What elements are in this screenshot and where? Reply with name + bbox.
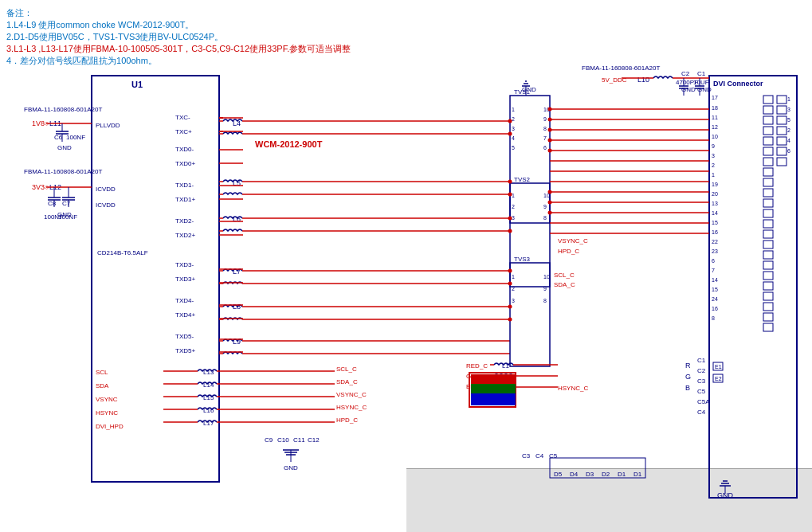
svg-text:DVI Connector: DVI Connector (713, 80, 763, 88)
svg-point-309 (508, 318, 512, 322)
svg-text:1: 1 (512, 193, 515, 198)
svg-text:100NF: 100NF (66, 134, 85, 141)
svg-text:C9: C9 (265, 436, 273, 444)
svg-rect-172 (763, 303, 773, 311)
svg-text:8: 8 (543, 298, 547, 303)
svg-text:2: 2 (712, 162, 715, 168)
svg-text:TXC+: TXC+ (175, 128, 192, 135)
svg-text:C5: C5 (697, 388, 706, 395)
svg-rect-167 (763, 251, 773, 259)
svg-rect-273 (550, 458, 645, 478)
svg-rect-161 (763, 189, 773, 197)
svg-rect-173 (763, 313, 773, 321)
svg-text:14: 14 (712, 210, 718, 216)
svg-point-301 (508, 132, 512, 136)
svg-text:G: G (685, 373, 691, 381)
svg-rect-163 (763, 209, 773, 217)
svg-point-302 (508, 180, 512, 184)
svg-text:ICVDD: ICVDD (96, 201, 116, 209)
svg-text:12: 12 (712, 124, 718, 130)
svg-text:3: 3 (512, 298, 515, 303)
svg-text:L10: L10 (637, 76, 649, 84)
svg-rect-175 (777, 96, 787, 104)
schematic-svg: 备注： 1.L4-L9 使用common choke WCM-2012-900T… (0, 0, 812, 532)
svg-text:D5: D5 (554, 471, 563, 478)
svg-text:16: 16 (712, 306, 718, 311)
svg-rect-158 (763, 158, 773, 166)
svg-text:1: 1 (512, 274, 515, 280)
svg-text:C4: C4 (697, 409, 706, 416)
svg-text:9: 9 (712, 143, 715, 149)
svg-text:C5A: C5A (697, 398, 710, 405)
svg-text:FBMA-11-160808-601A20T: FBMA-11-160808-601A20T (24, 168, 102, 175)
svg-rect-159 (763, 168, 773, 176)
svg-text:1.L4-L9  使用common choke WCM-20: 1.L4-L9 使用common choke WCM-2012-900T。 (6, 20, 194, 29)
svg-text:3: 3 (512, 215, 515, 221)
svg-text:C5: C5 (549, 452, 558, 460)
svg-rect-171 (763, 292, 773, 300)
svg-text:GND: GND (57, 211, 72, 218)
svg-rect-126 (709, 76, 797, 498)
svg-text:TXD5+: TXD5+ (175, 347, 195, 354)
svg-rect-103 (510, 183, 550, 287)
svg-text:7: 7 (712, 268, 715, 273)
svg-point-299 (548, 211, 552, 215)
svg-text:C12: C12 (308, 436, 320, 444)
svg-text:B: B (685, 384, 690, 392)
svg-text:D1: D1 (618, 471, 626, 478)
svg-text:C3: C3 (522, 452, 531, 460)
svg-rect-181 (777, 158, 787, 166)
svg-text:TXD0-: TXD0- (175, 146, 194, 153)
svg-rect-174 (763, 323, 773, 331)
svg-text:6: 6 (787, 148, 790, 154)
svg-text:U1: U1 (131, 80, 143, 89)
svg-point-304 (508, 217, 512, 221)
svg-text:TXD3+: TXD3+ (175, 276, 195, 283)
svg-text:C11: C11 (293, 436, 305, 444)
svg-text:TXD0+: TXD0+ (175, 160, 195, 167)
svg-rect-180 (777, 147, 787, 155)
svg-rect-169 (763, 272, 773, 280)
svg-text:HPD_C: HPD_C (336, 417, 358, 424)
svg-text:9: 9 (543, 286, 547, 291)
svg-rect-176 (777, 106, 787, 114)
svg-text:E2: E2 (715, 376, 722, 381)
svg-text:备注：: 备注： (6, 8, 33, 18)
svg-text:C1: C1 (697, 357, 706, 364)
svg-text:20: 20 (712, 191, 718, 197)
svg-text:16: 16 (712, 229, 718, 235)
svg-text:9: 9 (543, 116, 547, 122)
svg-text:SCL_C: SCL_C (554, 272, 575, 279)
svg-text:3: 3 (787, 107, 790, 112)
svg-text:10: 10 (543, 274, 550, 280)
svg-text:D1: D1 (634, 471, 642, 478)
svg-point-303 (508, 193, 512, 197)
svg-text:D3: D3 (586, 471, 594, 478)
svg-text:GND: GND (57, 144, 72, 151)
svg-text:TXD4-: TXD4- (175, 297, 194, 304)
svg-text:3: 3 (712, 153, 715, 158)
svg-text:6: 6 (712, 258, 715, 264)
svg-text:3.L1-L3 ,L13-L17使用FBMA-10-1005: 3.L1-L3 ,L13-L17使用FBMA-10-100505-301T，C3… (6, 44, 351, 53)
svg-text:8: 8 (543, 215, 547, 221)
svg-text:4: 4 (787, 138, 790, 143)
svg-point-300 (508, 119, 512, 123)
svg-point-297 (548, 190, 552, 194)
svg-text:TXD2+: TXD2+ (175, 232, 195, 239)
svg-rect-155 (763, 127, 773, 135)
svg-text:HSYNC_C: HSYNC_C (336, 404, 367, 411)
svg-text:D4: D4 (570, 471, 579, 478)
svg-rect-313 (471, 384, 516, 393)
svg-text:2: 2 (787, 127, 790, 133)
svg-text:D2: D2 (602, 471, 610, 478)
svg-text:TVS3: TVS3 (514, 256, 531, 263)
svg-text:7: 7 (543, 135, 547, 141)
svg-text:VSYNC_C: VSYNC_C (558, 237, 588, 244)
svg-text:5: 5 (512, 145, 515, 151)
svg-text:10: 10 (712, 134, 718, 139)
svg-text:6: 6 (543, 145, 547, 151)
svg-text:4．差分对信号线匹配阻抗为100ohm。: 4．差分对信号线匹配阻抗为100ohm。 (6, 56, 157, 65)
svg-rect-179 (777, 137, 787, 145)
svg-rect-177 (777, 116, 787, 124)
svg-text:TXD3-: TXD3- (175, 261, 194, 268)
